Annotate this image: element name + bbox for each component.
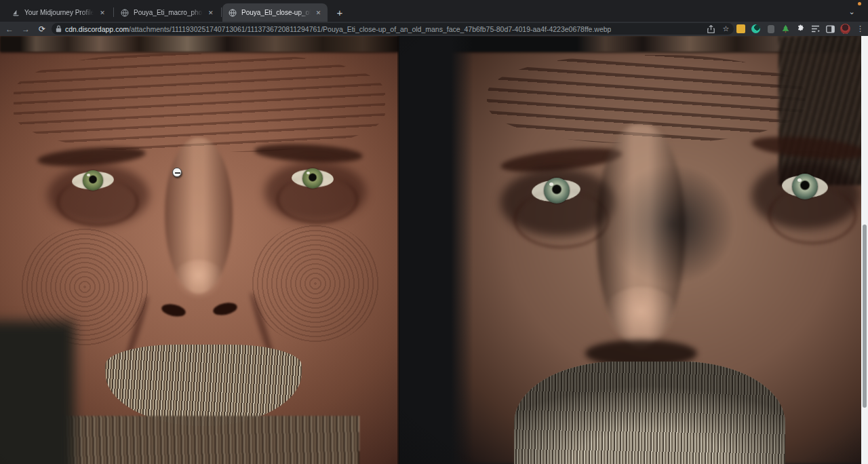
back-button[interactable]: ← [3,23,16,35]
forward-button[interactable]: → [19,23,33,35]
toolbar-right-icons: ☆ ⋮ [706,22,865,36]
image-grid-seam [397,36,399,464]
bookmark-star-icon[interactable]: ☆ [721,24,731,34]
lock-icon[interactable] [56,25,62,33]
tab-close-icon[interactable]: ✕ [315,8,322,18]
url-path: /attachments/1111930251740713061/1113736… [129,25,612,33]
address-bar[interactable]: cdn.discordapp.com/attachments/111193025… [52,23,734,35]
update-notification-dot [858,2,861,5]
url-domain: cdn.discordapp.com [65,25,129,33]
vignette [0,36,399,464]
vignette [399,36,868,464]
new-tab-button[interactable]: + [332,4,348,20]
image-viewer-content [0,36,868,464]
tab-close-icon[interactable]: ✕ [98,8,107,18]
midjourney-sailboat-icon [11,8,20,18]
tab-midjourney-profile[interactable]: Your Midjourney Profile ✕ [5,3,113,22]
portrait-image-left[interactable] [0,36,399,464]
tab-separator [113,7,114,17]
scrollbar-thumb[interactable] [863,225,867,408]
dark-reader-moon-extension-icon[interactable] [751,24,761,34]
zoom-out-magnifier-cursor [172,168,182,177]
tab-title: Pouya_Eti_close-up_of_an_ol [241,9,311,16]
extensions-puzzle-icon[interactable] [795,24,806,34]
tab-close-icon[interactable]: ✕ [207,8,214,18]
side-panel-icon[interactable] [825,24,835,34]
tab-strip: Your Midjourney Profile ✕ Pouya_Eti_macr… [0,0,868,22]
reload-button[interactable]: ⟳ [35,23,49,35]
tab-closeup-photo-active[interactable]: Pouya_Eti_close-up_of_an_ol ✕ [222,3,328,22]
browser-toolbar: ← → ⟳ cdn.discordapp.com/attachments/111… [0,22,868,36]
tab-title: Your Midjourney Profile [24,9,94,16]
tab-search-chevron-icon[interactable]: ⌄ [845,5,859,18]
reading-list-lines-icon[interactable] [810,24,821,34]
tab-macro-photo[interactable]: Pouya_Eti_macro_photo_of_a ✕ [115,3,220,22]
yellow-grid-extension-icon[interactable] [736,24,746,34]
globe-icon [120,8,130,18]
tab-separator [221,7,222,17]
globe-icon [228,8,237,18]
portrait-image-right[interactable] [399,36,868,464]
url-text: cdn.discordapp.com/attachments/111193025… [65,25,611,33]
three-dot-menu-icon[interactable]: ⋮ [855,24,865,34]
profile-avatar[interactable] [840,24,850,34]
vertical-scrollbar[interactable] [861,36,868,464]
dimmed-extension-icon[interactable] [766,24,776,34]
tree-extension-icon[interactable] [781,24,791,34]
tab-title: Pouya_Eti_macro_photo_of_a [134,9,203,16]
browser-window: Your Midjourney Profile ✕ Pouya_Eti_macr… [0,0,868,464]
share-icon[interactable] [706,24,716,34]
